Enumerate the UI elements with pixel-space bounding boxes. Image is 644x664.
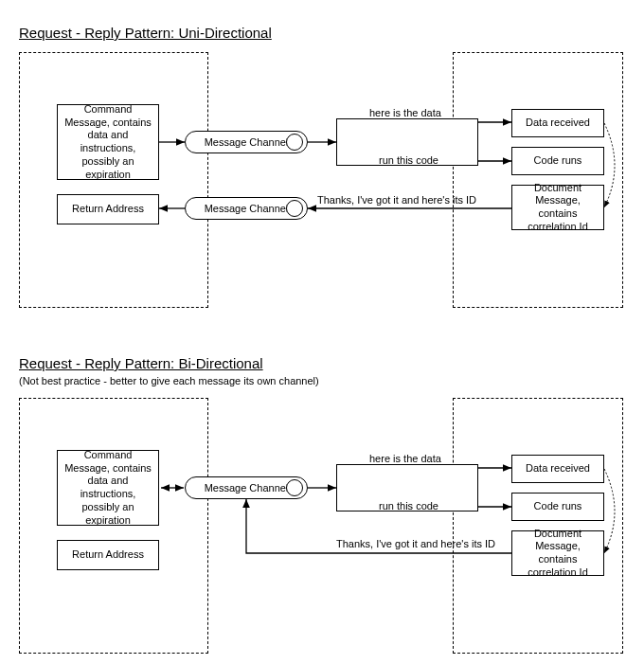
uni-return-addr-box: Return Address xyxy=(57,194,159,224)
uni-channel-1-label: Message Channel xyxy=(205,136,289,148)
bi-command-box: Command Message, contains data and instr… xyxy=(57,450,159,526)
bi-data-received: Data received xyxy=(511,455,604,483)
uni-doc-msg: Document Message, contains correlation I… xyxy=(511,185,604,230)
bi-title: Request - Reply Pattern: Bi-Directional xyxy=(19,355,625,371)
uni-title: Request - Reply Pattern: Uni-Directional xyxy=(19,25,625,41)
uni-channel-1: Message Channel xyxy=(185,131,308,153)
bi-data-label: here is the data xyxy=(369,453,441,464)
uni-channel-2-endcap xyxy=(286,200,303,217)
bi-code-label: run this code xyxy=(379,500,438,511)
bi-doc-msg: Document Message, contains correlation I… xyxy=(511,530,604,576)
bi-channel-label: Message Channel xyxy=(205,482,289,494)
uni-thanks-label: Thanks, I've got it and here's its ID xyxy=(317,194,476,206)
uni-channel-2: Message Channel xyxy=(185,197,308,220)
uni-diagram: Command Message, contains data and instr… xyxy=(19,52,625,317)
uni-channel-2-label: Message Channel xyxy=(205,203,289,214)
uni-data-label: here is the data xyxy=(369,107,441,118)
bi-diagram: Command Message, contains data and instr… xyxy=(19,398,625,663)
bi-return-addr-box: Return Address xyxy=(57,540,159,570)
bi-code-runs: Code runs xyxy=(511,493,604,521)
bi-subtitle: (Not best practice - better to give each… xyxy=(19,375,625,386)
uni-data-received: Data received xyxy=(511,109,604,137)
bi-right-dashed xyxy=(453,398,623,654)
uni-code-label: run this code xyxy=(379,154,438,166)
uni-code-runs: Code runs xyxy=(511,147,604,175)
bi-channel: Message Channel xyxy=(185,476,308,499)
uni-channel-1-endcap xyxy=(286,134,303,151)
uni-right-dashed xyxy=(453,52,623,308)
bi-thanks-label: Thanks, I've got it and here's its ID xyxy=(336,538,495,549)
bi-channel-endcap xyxy=(286,479,303,496)
uni-command-box: Command Message, contains data and instr… xyxy=(57,104,159,180)
